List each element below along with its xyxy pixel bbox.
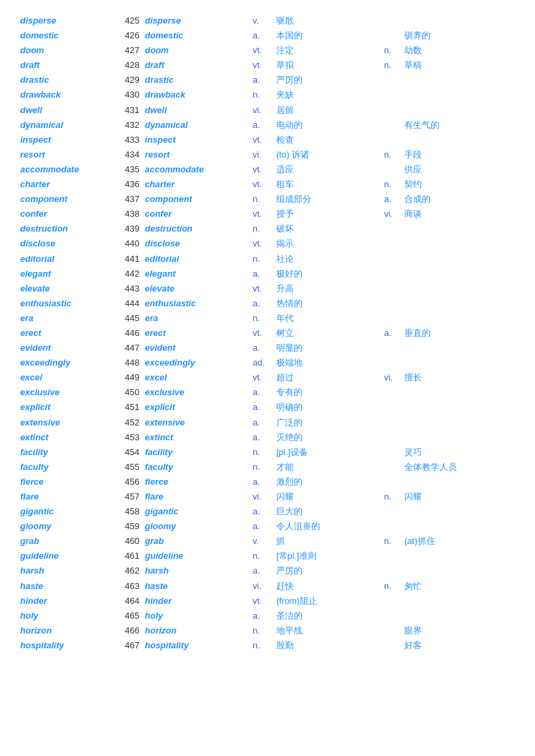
num-col: 425 xyxy=(121,13,145,28)
table-row: exceedingly 448 exceedingly ad. 极端地 xyxy=(20,355,515,370)
word2-col: destruction xyxy=(145,221,253,236)
pos-col: n. xyxy=(253,221,276,236)
num-col: 443 xyxy=(121,281,145,296)
num-col: 434 xyxy=(121,147,145,162)
word-col: drawback xyxy=(20,88,121,102)
table-row: era 445 era n. 年代 xyxy=(20,311,515,326)
word2-col: inspect xyxy=(145,133,253,147)
zh2-col: 眼界 xyxy=(404,623,515,638)
pos-col: n. xyxy=(253,549,276,563)
zh2-col xyxy=(404,415,515,430)
pos2-col xyxy=(384,133,404,147)
pos2-col xyxy=(384,400,404,415)
zh2-col xyxy=(404,400,515,415)
num-col: 440 xyxy=(121,236,145,251)
zh1-col: 赶快 xyxy=(276,579,384,594)
zh1-col: 社论 xyxy=(276,252,384,267)
zh2-col: 合成的 xyxy=(404,192,515,207)
zh1-col: 严厉的 xyxy=(276,563,384,578)
zh2-col: (at)抓住 xyxy=(404,534,515,549)
table-row: excel 449 excel vt. 超过 vi. 擅长 xyxy=(20,370,515,385)
word-col: domestic xyxy=(20,28,121,43)
word2-col: era xyxy=(145,311,253,326)
zh1-col: 组成部分 xyxy=(276,192,384,207)
zh2-col xyxy=(404,609,515,623)
pos2-col xyxy=(384,563,404,578)
pos2-col xyxy=(384,296,404,311)
table-row: faculty 455 faculty n. 才能 全体教学人员 xyxy=(20,460,515,475)
pos2-col xyxy=(384,221,404,236)
word2-col: confer xyxy=(145,207,253,221)
word-col: enthusiastic xyxy=(20,296,121,311)
zh2-col xyxy=(404,73,515,88)
num-col: 433 xyxy=(121,133,145,147)
word-col: grab xyxy=(20,534,121,549)
pos-col: vt. xyxy=(253,43,276,58)
zh1-col: [pl.]设备 xyxy=(276,445,384,460)
word-col: elegant xyxy=(20,267,121,281)
word-col: dwell xyxy=(20,103,121,118)
zh1-col: (from)阻止 xyxy=(276,594,384,609)
pos-col: a. xyxy=(253,415,276,430)
word2-col: grab xyxy=(145,534,253,549)
word-col: flare xyxy=(20,489,121,504)
pos-col: vt. xyxy=(253,58,276,73)
pos2-col xyxy=(384,281,404,296)
pos-col: vi. xyxy=(253,579,276,594)
word-col: accommodate xyxy=(20,162,121,177)
pos-col: vt. xyxy=(253,162,276,177)
word2-col: gloomy xyxy=(145,519,253,534)
pos2-col: n. xyxy=(384,43,404,58)
word2-col: excel xyxy=(145,370,253,385)
pos2-col: n. xyxy=(384,58,404,73)
zh1-col: 极端地 xyxy=(276,355,384,370)
pos2-col xyxy=(384,594,404,609)
num-col: 465 xyxy=(121,609,145,623)
zh2-col xyxy=(404,88,515,102)
zh2-col: 商谈 xyxy=(404,207,515,221)
num-col: 430 xyxy=(121,88,145,102)
zh1-col: 草拟 xyxy=(276,58,384,73)
num-col: 427 xyxy=(121,43,145,58)
num-col: 444 xyxy=(121,296,145,311)
word-col: gloomy xyxy=(20,519,121,534)
vocabulary-table: disperse 425 disperse v. 驱散 domestic 426… xyxy=(20,13,515,653)
num-col: 460 xyxy=(121,534,145,549)
word-col: charter xyxy=(20,177,121,192)
word-col: explicit xyxy=(20,400,121,415)
word2-col: haste xyxy=(145,579,253,594)
table-row: component 437 component n. 组成部分 a. 合成的 xyxy=(20,192,515,207)
zh2-col: 擅长 xyxy=(404,370,515,385)
pos-col: n. xyxy=(253,192,276,207)
word2-col: faculty xyxy=(145,460,253,475)
pos-col: vi. xyxy=(253,103,276,118)
pos2-col xyxy=(384,28,404,43)
pos-col: a. xyxy=(253,385,276,400)
num-col: 441 xyxy=(121,252,145,267)
zh2-col: 供应 xyxy=(404,162,515,177)
pos-col: n. xyxy=(253,445,276,460)
zh2-col: 劫数 xyxy=(404,43,515,58)
num-col: 457 xyxy=(121,489,145,504)
word-col: editorial xyxy=(20,252,121,267)
zh1-col: 适应 xyxy=(276,162,384,177)
zh1-col: 地平线 xyxy=(276,623,384,638)
pos-col: a. xyxy=(253,28,276,43)
word-col: component xyxy=(20,192,121,207)
word-col: drastic xyxy=(20,73,121,88)
zh2-col: 有生气的 xyxy=(404,118,515,133)
zh2-col xyxy=(404,563,515,578)
word-col: guideline xyxy=(20,549,121,563)
word2-col: fierce xyxy=(145,475,253,489)
word-col: extinct xyxy=(20,430,121,445)
pos-col: a. xyxy=(253,267,276,281)
zh1-col: 授予 xyxy=(276,207,384,221)
pos-col: v. xyxy=(253,13,276,28)
table-row: fierce 456 fierce a. 激烈的 xyxy=(20,475,515,489)
word-col: destruction xyxy=(20,221,121,236)
zh1-col: 激烈的 xyxy=(276,475,384,489)
zh1-col: 本国的 xyxy=(276,28,384,43)
pos-col: n. xyxy=(253,311,276,326)
zh2-col: 手段 xyxy=(404,147,515,162)
zh2-col xyxy=(404,549,515,563)
